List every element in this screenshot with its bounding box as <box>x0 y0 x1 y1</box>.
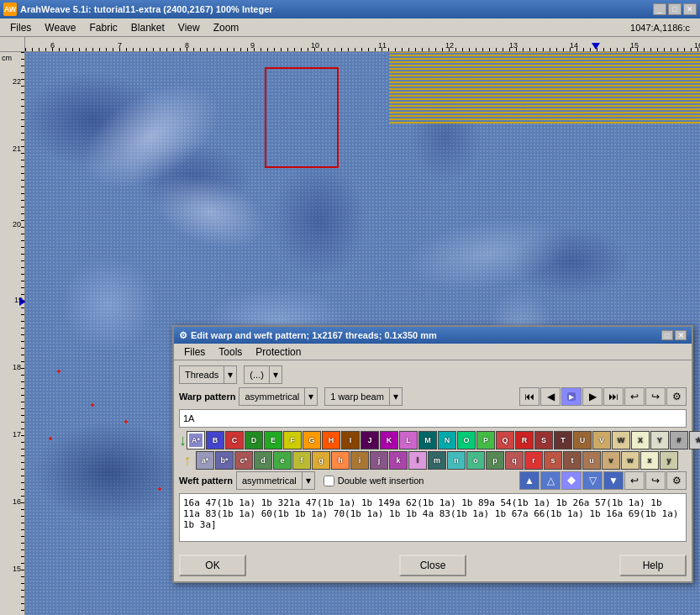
color-x-lower[interactable]: x <box>640 451 659 470</box>
color-t-lower[interactable]: t <box>563 451 582 470</box>
warp-play-button[interactable]: ▶ <box>561 387 582 406</box>
threads-label-btn[interactable]: Threads <box>179 365 224 384</box>
color-u-lower[interactable]: u <box>582 451 601 470</box>
warp-beam-dropdown[interactable]: 1 warp beam ▾ <box>324 387 403 406</box>
color-V[interactable]: V <box>592 431 611 449</box>
warp-pattern-input[interactable] <box>179 409 687 428</box>
color-I[interactable]: I <box>341 431 360 449</box>
color-w-lower[interactable]: w <box>621 451 639 470</box>
dialog-menu-files[interactable]: Files <box>177 344 212 360</box>
color-y-lower[interactable]: y <box>660 451 678 470</box>
color-Q[interactable]: Q <box>496 431 514 449</box>
warp-rewind-button[interactable]: ⏮ <box>519 387 539 406</box>
paren-dropdown-arrow[interactable]: ▾ <box>269 365 282 384</box>
weft-redo-button[interactable]: ↪ <box>645 471 666 490</box>
color-j-lower[interactable]: j <box>370 451 388 470</box>
paren-label-btn[interactable]: (...) <box>244 365 269 384</box>
color-K[interactable]: K <box>380 431 398 449</box>
dialog-close-button[interactable]: ✕ <box>675 330 687 340</box>
color-X[interactable]: X <box>631 431 650 449</box>
dialog-menu-tools[interactable]: Tools <box>212 344 249 360</box>
close-button[interactable]: ✕ <box>683 3 697 15</box>
color-h-lower[interactable]: h <box>331 451 350 470</box>
warp-undo-button[interactable]: ↩ <box>624 387 645 406</box>
weft-sort-button[interactable] <box>561 471 582 490</box>
color-f[interactable]: f <box>292 451 311 470</box>
dialog-menu-protection[interactable]: Protection <box>249 344 308 360</box>
color-J[interactable]: J <box>361 431 379 449</box>
color-c-star[interactable]: c* <box>234 451 253 470</box>
weft-settings-button[interactable]: ⚙ <box>666 471 687 490</box>
color-b-star[interactable]: b* <box>215 451 234 470</box>
menu-blanket[interactable]: Blanket <box>124 20 171 35</box>
warp-fast-forward-button[interactable]: ⏭ <box>603 387 624 406</box>
color-B[interactable]: B <box>206 431 224 449</box>
color-o-lower[interactable]: o <box>466 451 485 470</box>
color-star[interactable]: ★ <box>689 431 700 449</box>
dialog-maximize-button[interactable]: □ <box>661 330 673 340</box>
warp-prev-button[interactable]: ◀ <box>540 387 561 406</box>
weft-up-filled-button[interactable]: ▲ <box>519 471 539 490</box>
weft-up-outline-button[interactable]: △ <box>540 471 561 490</box>
ok-button[interactable]: OK <box>179 555 246 576</box>
color-d[interactable]: d <box>254 451 272 470</box>
menu-zoom[interactable]: Zoom <box>207 20 246 35</box>
weft-down-filled-button[interactable]: ▼ <box>603 471 624 490</box>
warp-beam-arrow[interactable]: ▾ <box>389 387 403 406</box>
color-C[interactable]: C <box>225 431 244 449</box>
color-H[interactable]: H <box>322 431 340 449</box>
double-weft-checkbox[interactable] <box>324 476 334 486</box>
color-g[interactable]: g <box>312 451 330 470</box>
weft-down-outline-button[interactable]: ▽ <box>582 471 603 490</box>
warp-type-dropdown[interactable]: asymmetrical ▾ <box>239 387 318 406</box>
warp-type-btn[interactable]: asymmetrical <box>239 387 304 406</box>
parenthesis-dropdown[interactable]: (...) ▾ <box>244 365 282 384</box>
color-i-lower[interactable]: i <box>350 451 369 470</box>
weft-type-dropdown[interactable]: asymmetrical ▾ <box>236 471 315 490</box>
color-A-star[interactable]: A* <box>187 431 205 449</box>
menu-fabric[interactable]: Fabric <box>82 20 124 35</box>
pattern-text-area[interactable]: 16a 47(1b 1a) 1b 321a 47(1b 1a) 1b 149a … <box>179 493 687 542</box>
color-s-lower[interactable]: s <box>544 451 562 470</box>
color-P[interactable]: P <box>476 431 495 449</box>
color-D[interactable]: D <box>245 431 263 449</box>
warp-beam-btn[interactable]: 1 warp beam <box>324 387 389 406</box>
weft-type-btn[interactable]: asymmetrical <box>236 471 302 490</box>
color-hash[interactable]: # <box>670 431 688 449</box>
weft-type-arrow[interactable]: ▾ <box>302 471 315 490</box>
color-O[interactable]: O <box>457 431 476 449</box>
color-T[interactable]: T <box>554 431 572 449</box>
menu-view[interactable]: View <box>171 20 207 35</box>
minimize-button[interactable]: _ <box>653 3 666 15</box>
dialog-close-btn[interactable]: Close <box>399 555 466 576</box>
color-F[interactable]: F <box>283 431 302 449</box>
color-Y[interactable]: Y <box>650 431 669 449</box>
color-v-lower[interactable]: v <box>602 451 620 470</box>
warp-settings-button[interactable]: ⚙ <box>666 387 687 406</box>
color-l-lower[interactable]: l <box>408 451 427 470</box>
color-G[interactable]: G <box>303 431 321 449</box>
color-M[interactable]: M <box>418 431 437 449</box>
color-U[interactable]: U <box>573 431 592 449</box>
color-L[interactable]: L <box>399 431 418 449</box>
color-n-lower[interactable]: n <box>447 451 466 470</box>
help-button[interactable]: Help <box>619 555 687 576</box>
color-S[interactable]: S <box>534 431 553 449</box>
weft-undo-button[interactable]: ↩ <box>624 471 645 490</box>
color-N[interactable]: N <box>438 431 456 449</box>
color-q-lower[interactable]: q <box>505 451 524 470</box>
color-a-star[interactable]: a* <box>196 451 214 470</box>
palette-down-arrow[interactable]: ↓ <box>179 431 187 449</box>
maximize-button[interactable]: □ <box>668 3 682 15</box>
palette-up-arrow[interactable]: ↑ <box>179 451 196 470</box>
warp-type-arrow[interactable]: ▾ <box>304 387 318 406</box>
warp-next-button[interactable]: ▶ <box>582 387 603 406</box>
menu-files[interactable]: Files <box>3 20 38 35</box>
color-m-lower[interactable]: m <box>428 451 446 470</box>
color-k-lower[interactable]: k <box>389 451 408 470</box>
warp-redo-button[interactable]: ↪ <box>645 387 666 406</box>
threads-dropdown-arrow[interactable]: ▾ <box>224 365 237 384</box>
color-p-lower[interactable]: p <box>486 451 504 470</box>
color-E[interactable]: E <box>264 431 282 449</box>
color-W[interactable]: W <box>612 431 630 449</box>
